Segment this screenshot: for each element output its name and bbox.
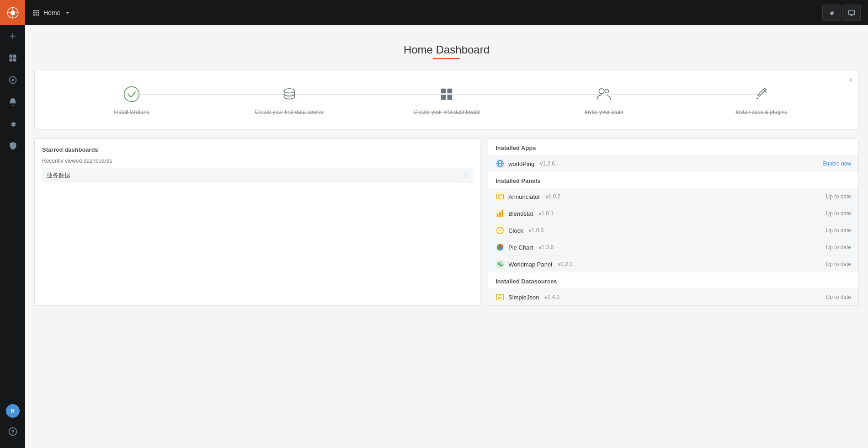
- star-icon[interactable]: ☆: [462, 172, 468, 179]
- simplejson-version: v1.4.0: [544, 294, 559, 300]
- worldping-version: v1.2.6: [540, 160, 555, 167]
- svg-rect-25: [441, 89, 446, 94]
- create-datasource-icon: [279, 84, 299, 104]
- svg-point-23: [124, 87, 139, 102]
- svg-rect-38: [499, 212, 501, 217]
- installed-panels-title: Installed Panels: [488, 172, 858, 188]
- sidebar-item-add[interactable]: [0, 25, 25, 47]
- sidebar-item-help[interactable]: [0, 421, 25, 443]
- sidebar-item-dashboards[interactable]: [0, 47, 25, 69]
- plugin-info-worldping: worldPing v1.2.6: [495, 159, 555, 168]
- plugin-row-clock: Clock v1.0.3 Up to date: [488, 222, 858, 239]
- worldmap-name: Worldmap Panel: [508, 261, 552, 268]
- plugin-row-simplejson: SimpleJson v1.4.0 Up to date: [488, 289, 858, 305]
- page-title-area: Home Dashboard: [34, 34, 859, 70]
- svg-rect-34: [497, 194, 503, 199]
- step-label-create-dashboard: Create your first dashboard: [413, 109, 479, 115]
- simplejson-name: SimpleJson: [508, 294, 539, 301]
- svg-rect-18: [37, 12, 39, 13]
- invite-team-icon: [594, 84, 614, 104]
- topbar-actions: [822, 5, 861, 21]
- settings-button[interactable]: [822, 5, 841, 21]
- dashboard-item-business[interactable]: 业务数据 ☆: [42, 168, 473, 183]
- annunciator-version: v1.0.2: [546, 193, 561, 200]
- clock-name: Clock: [508, 227, 523, 234]
- starred-title: Starred dashboards: [42, 146, 473, 153]
- step-label-create-datasource: Create your first data source: [255, 109, 324, 115]
- step-install-apps[interactable]: Install apps & plugins: [683, 84, 840, 115]
- piechart-icon: [495, 243, 505, 252]
- svg-rect-7: [13, 55, 16, 58]
- svg-rect-21: [37, 14, 39, 16]
- clock-icon: [495, 226, 505, 235]
- plugins-panel: Installed Apps worldPing v1.2.6 Enable n…: [488, 139, 859, 306]
- piechart-status: Up to date: [826, 244, 851, 251]
- sidebar-bottom: H: [0, 401, 25, 448]
- sidebar-item-alerting[interactable]: [0, 91, 25, 113]
- two-col-layout: Starred dashboards Recently viewed dashb…: [34, 139, 859, 306]
- worldmap-version: v0.2.0: [558, 261, 573, 267]
- svg-marker-11: [11, 79, 14, 82]
- svg-rect-17: [36, 12, 37, 13]
- home-nav[interactable]: Home: [32, 9, 71, 16]
- step-install-grafana[interactable]: Install Grafana: [53, 84, 210, 115]
- worldmap-status: Up to date: [826, 261, 851, 267]
- installed-apps-title: Installed Apps: [488, 139, 858, 155]
- getting-started-panel: × Install Grafana: [34, 70, 859, 129]
- tv-mode-button[interactable]: [842, 5, 861, 21]
- piechart-name: Pie Chart: [508, 244, 533, 251]
- grafana-logo[interactable]: [0, 0, 25, 25]
- page-content: Home Dashboard × Install Grafana: [25, 25, 868, 448]
- svg-rect-15: [37, 10, 39, 11]
- step-create-dashboard[interactable]: Create your first dashboard: [368, 84, 525, 115]
- sidebar-item-configuration[interactable]: [0, 113, 25, 135]
- worldping-icon: [495, 159, 505, 168]
- create-dashboard-icon: [437, 84, 457, 104]
- plugin-row-blendstat: Blendstat v1.0.1 Up to date: [488, 205, 858, 222]
- dashboards-panel: Starred dashboards Recently viewed dashb…: [34, 139, 480, 306]
- simplejson-status: Up to date: [826, 294, 851, 300]
- step-label-install-apps: Install apps & plugins: [735, 109, 787, 115]
- topbar: Home: [25, 0, 868, 25]
- svg-rect-13: [33, 10, 35, 11]
- svg-rect-26: [447, 89, 453, 94]
- installed-panels-section: Installed Panels Annunciator v1.0.2 Up t…: [488, 172, 858, 272]
- svg-point-1: [10, 10, 15, 15]
- annunciator-icon: [495, 192, 505, 201]
- plugin-row-piechart: Pie Chart v1.3.6 Up to date: [488, 239, 858, 256]
- annunciator-name: Annunciator: [508, 193, 540, 200]
- user-avatar[interactable]: H: [6, 404, 20, 418]
- plugin-row-annunciator: Annunciator v1.0.2 Up to date: [488, 188, 858, 205]
- sidebar: H: [0, 0, 25, 448]
- svg-rect-8: [9, 59, 12, 62]
- svg-rect-37: [497, 213, 499, 217]
- svg-rect-27: [441, 95, 446, 100]
- step-label-invite-team: Invite your team: [585, 109, 623, 115]
- install-apps-icon: [751, 84, 772, 104]
- step-label-install-grafana: Install Grafana: [114, 109, 149, 115]
- blendstat-name: Blendstat: [508, 210, 533, 217]
- sidebar-item-shield[interactable]: [0, 135, 25, 157]
- worldping-status[interactable]: Enable now: [822, 160, 851, 167]
- svg-rect-6: [9, 55, 12, 58]
- step-create-datasource[interactable]: Create your first data source: [210, 84, 367, 115]
- svg-line-42: [500, 230, 502, 231]
- svg-rect-16: [33, 12, 35, 13]
- main-content: Home Home Dashboard ×: [25, 0, 868, 448]
- svg-rect-14: [36, 10, 37, 11]
- installed-apps-section: Installed Apps worldPing v1.2.6 Enable n…: [488, 139, 858, 172]
- recent-title: Recently viewed dashboards: [42, 158, 473, 164]
- svg-point-30: [605, 89, 609, 93]
- worldmap-icon: [495, 260, 505, 269]
- svg-point-24: [284, 89, 294, 93]
- getting-started-close[interactable]: ×: [848, 76, 853, 84]
- plugin-row-worldmap: Worldmap Panel v0.2.0 Up to date: [488, 256, 858, 272]
- page-title: Home Dashboard: [404, 43, 490, 56]
- clock-status: Up to date: [826, 227, 851, 234]
- step-invite-team[interactable]: Invite your team: [525, 84, 682, 115]
- worldping-name: worldPing: [508, 160, 534, 167]
- plugin-row-worldping: worldPing v1.2.6 Enable now: [488, 155, 858, 172]
- steps-row: Install Grafana Create your first data s…: [53, 84, 840, 115]
- sidebar-item-explore[interactable]: [0, 69, 25, 91]
- clock-version: v1.0.3: [529, 227, 544, 234]
